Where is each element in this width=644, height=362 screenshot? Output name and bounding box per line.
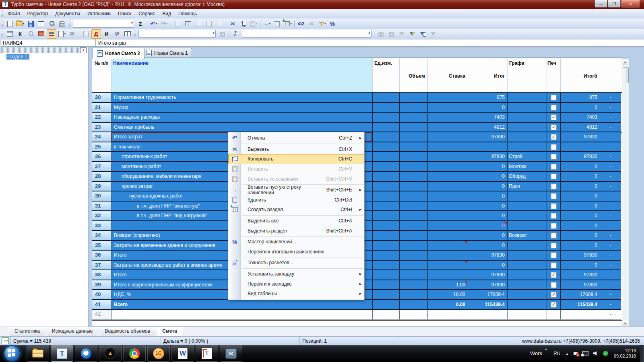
taskbar-app-onec[interactable]: 1С: [147, 346, 170, 362]
print-checkbox[interactable]: [551, 95, 557, 101]
menu-Документы[interactable]: Документы: [52, 10, 84, 18]
print-checkbox[interactable]: [551, 105, 557, 111]
table-row-21[interactable]: 21Мусор00-: [92, 103, 622, 113]
paste-button[interactable]: ▾: [249, 19, 258, 29]
sigma-button[interactable]: Σ: [136, 19, 145, 29]
context-item-Вставить пустую строку начислений[interactable]: →Вставить пустую строку начисленийShift+…: [228, 185, 364, 195]
print-checkbox[interactable]: [551, 232, 557, 239]
table-row-41[interactable]: 41Всего0.00115439.4✓115439.4-: [92, 300, 622, 310]
print-checkbox[interactable]: [551, 144, 557, 150]
new-document-button[interactable]: [5, 19, 14, 29]
percent-button[interactable]: %: [328, 19, 337, 29]
menu-Редактор[interactable]: Редактор: [24, 10, 52, 18]
i-button[interactable]: И: [102, 29, 111, 39]
filter-fast-button[interactable]: [407, 29, 417, 39]
taskbar-app-turbo[interactable]: T: [51, 346, 73, 362]
doc-button[interactable]: [81, 29, 91, 39]
print-button[interactable]: [57, 19, 67, 29]
action-center-icon[interactable]: ✕: [574, 352, 578, 355]
print-checkbox[interactable]: [551, 154, 557, 160]
formula-input[interactable]: [95, 39, 644, 47]
scale-combobox[interactable]: [73, 20, 134, 28]
style-combobox[interactable]: [138, 30, 216, 38]
context-item-Вид таблицы[interactable]: Вид таблицы►: [228, 289, 364, 299]
menu-Источники[interactable]: Источники: [84, 10, 114, 18]
f2-button[interactable]: Φ2: [296, 19, 306, 29]
print-checkbox[interactable]: ✓: [551, 134, 557, 140]
pages-button[interactable]: ▾: [57, 29, 67, 39]
sheet-tab-Статистика[interactable]: Статистика: [7, 327, 47, 337]
taskbar-app-snip[interactable]: [220, 346, 242, 362]
search-combobox[interactable]: [242, 30, 372, 38]
print-checkbox[interactable]: [551, 183, 557, 189]
scrollbar-thumb[interactable]: [623, 67, 629, 83]
sheet-tab-Ведомость объемов[interactable]: Ведомость объемов: [97, 327, 157, 337]
taskbar-app-aimp[interactable]: ▲: [99, 346, 122, 362]
merge-button[interactable]: [183, 19, 193, 29]
cut2-button[interactable]: [307, 19, 316, 29]
taskbar-app-tbird[interactable]: [75, 346, 97, 362]
minimize-button[interactable]: —: [594, 0, 607, 8]
sheet-tab-Исходные данные[interactable]: Исходные данные: [45, 327, 100, 337]
print-checkbox[interactable]: [551, 203, 557, 209]
context-item-Копировать[interactable]: КопироватьCtrl+C: [228, 154, 364, 164]
menu-Файл[interactable]: Файл: [4, 10, 24, 18]
form-button[interactable]: [5, 29, 14, 39]
taskbar-app-explorer[interactable]: [27, 346, 49, 362]
print-checkbox[interactable]: [551, 193, 557, 199]
network-icon[interactable]: [582, 351, 588, 356]
k-button[interactable]: К: [15, 29, 25, 39]
context-item-Перейти к закладке[interactable]: Перейти к закладке►: [228, 279, 364, 289]
open-button[interactable]: ▾: [15, 19, 25, 29]
context-item-Перейти к итоговым начислениям[interactable]: Перейти к итоговым начислениям: [228, 247, 364, 257]
menu-Сервис[interactable]: Сервис: [135, 10, 159, 18]
find-prev-button[interactable]: [376, 29, 386, 39]
context-item-Удалить[interactable]: УдалитьCtrl+Del: [228, 195, 364, 205]
print-checkbox[interactable]: [551, 173, 557, 179]
vertical-scrollbar[interactable]: ▲ ▼: [622, 59, 629, 327]
bricks-button[interactable]: [36, 29, 46, 39]
preview-button[interactable]: [47, 19, 56, 29]
link-button[interactable]: [173, 19, 182, 29]
context-item-Выделить раздел[interactable]: Выделить разделShift+Ctrl+A: [228, 226, 364, 236]
save-button[interactable]: [26, 19, 35, 29]
tools-button[interactable]: [68, 29, 77, 39]
cell-name-input[interactable]: [1, 39, 97, 47]
print-checkbox[interactable]: ✓: [551, 292, 557, 298]
table-row-20[interactable]: 20Нормативная трудоемкость875875-: [92, 93, 622, 103]
taskbar-app-chrome[interactable]: [123, 346, 146, 362]
close-button[interactable]: ✕: [621, 0, 640, 8]
context-item-Мастер начислений...[interactable]: %Мастер начислений...: [228, 237, 364, 247]
doc-tab-Новая Смета 1[interactable]: Новая Смета 1: [142, 48, 192, 58]
print-checkbox[interactable]: [551, 213, 557, 219]
view-doc-button[interactable]: [123, 29, 132, 39]
collapse-icon[interactable]: ▾: [80, 47, 87, 53]
print-checkbox[interactable]: ✓: [551, 272, 557, 278]
menu-Помощь[interactable]: Помощь: [175, 10, 200, 18]
scroll-down-icon[interactable]: ▼: [622, 321, 628, 327]
delete-button[interactable]: [272, 19, 282, 29]
print-checkbox[interactable]: [551, 252, 557, 258]
tools-x-button[interactable]: [112, 29, 122, 39]
context-item-Создать раздел[interactable]: Создать разделCtrl+I►: [228, 205, 364, 215]
taskbar-app-word[interactable]: W: [171, 346, 194, 362]
undo-button[interactable]: ↶▾: [149, 19, 159, 29]
print-checkbox[interactable]: [551, 164, 557, 170]
context-item-Отмена[interactable]: ↶ОтменаCtrl+Z►: [228, 133, 364, 143]
print-checkbox[interactable]: [551, 223, 557, 229]
table-row-42[interactable]: 42-: [92, 310, 622, 320]
indent-button[interactable]: [47, 29, 56, 39]
volume-icon[interactable]: [593, 351, 598, 356]
print-checkbox[interactable]: ✓: [551, 124, 557, 130]
tree-item-section[interactable]: —Раздел 1.: [2, 54, 29, 60]
taskbar-app-crane[interactable]: T: [196, 346, 218, 362]
cut-button[interactable]: [228, 19, 237, 29]
filter-clear-button[interactable]: [428, 29, 438, 39]
unlink-button[interactable]: [194, 19, 203, 29]
scroll-up-icon[interactable]: ▲: [622, 59, 628, 65]
show-desktop-button[interactable]: [640, 345, 644, 362]
table-row-23[interactable]: 23Сметная прибыль4812✓4812-: [92, 123, 622, 133]
copy-button[interactable]: [238, 19, 248, 29]
binoculars-button[interactable]: [217, 29, 227, 39]
redo-button[interactable]: ↷▾: [159, 19, 169, 29]
